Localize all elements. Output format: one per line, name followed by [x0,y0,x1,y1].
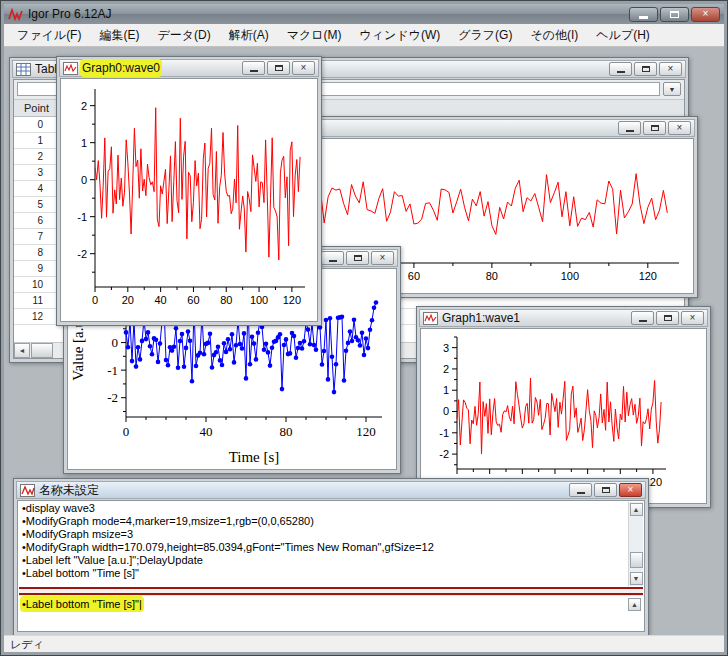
graph1-maximize-button[interactable] [656,311,679,325]
scroll-down-icon[interactable]: ▼ [630,572,643,585]
row-number: 0 [14,117,60,132]
svg-text:40: 40 [200,424,213,439]
svg-text:1: 1 [443,384,449,396]
history-line: •Label left "Value [a.u.]";DelayUpdate [19,554,627,567]
window-graph0: Graph0:wave0 × 020406080100120210-1-2 [56,56,322,326]
scroll-up-icon[interactable]: ▲ [630,503,643,516]
svg-text:-1: -1 [107,363,118,378]
command-close-button[interactable]: × [619,483,642,497]
menu-item[interactable]: ウィンドウ(W) [351,24,450,46]
svg-text:120: 120 [639,270,657,282]
menu-item[interactable]: その他(I) [521,24,587,46]
svg-text:80: 80 [486,270,498,282]
svg-text:-2: -2 [107,390,118,405]
row-number: 12 [14,309,60,324]
svg-text:0: 0 [443,405,449,417]
igor-pro-window: Igor Pro 6.12AJ × ファイル(F)編集(E)データ(D)解析(A… [0,0,728,656]
graph2-minimize-button[interactable] [618,121,641,135]
menu-item[interactable]: ファイル(F) [8,24,90,46]
command-line[interactable]: •Label bottom "Time [s]"| ▲ [19,596,643,630]
graph0-title: Graph0:wave0 [82,61,160,75]
svg-text:120: 120 [356,424,376,439]
menu-item[interactable]: 編集(E) [90,24,148,46]
mdi-workspace: Table0 × ▼ Point 0123456789101112 ◄ [4,47,724,635]
command-maximize-button[interactable] [594,483,617,497]
svg-text:40: 40 [155,294,167,306]
svg-text:3: 3 [443,342,449,354]
menu-item[interactable]: 解析(A) [220,24,278,46]
table-scrollbar-thumb[interactable] [31,343,53,358]
svg-text:0: 0 [81,174,87,186]
graph3-maximize-button[interactable] [346,251,369,265]
svg-text:120: 120 [283,294,301,306]
app-title: Igor Pro 6.12AJ [28,7,111,21]
menu-item[interactable]: データ(D) [148,24,219,46]
row-number: 4 [14,181,60,196]
table-restore-button[interactable] [634,62,657,76]
graph1-titlebar[interactable]: Graph1:wave1 × [419,309,708,327]
close-button[interactable]: × [691,7,720,22]
command-scrollbar[interactable]: ▲ ▼ [628,502,643,586]
history-line: •ModifyGraph mode=4,marker=19,msize=1,rg… [19,515,627,528]
command-line-text: •Label bottom "Time [s]"| [22,598,142,610]
row-number: 5 [14,197,60,212]
table-minimize-button[interactable] [609,62,632,76]
command-history[interactable]: •display wave3•ModifyGraph mode=4,marker… [19,502,627,586]
graph2-maximize-button[interactable] [643,121,666,135]
menu-item[interactable]: ヘルプ(H) [587,24,659,46]
svg-text:2: 2 [81,100,87,112]
graph3-minimize-button[interactable] [321,251,344,265]
menu-item[interactable]: マクロ(M) [278,24,351,46]
svg-text:60: 60 [187,294,199,306]
command-expand-icon[interactable]: ▲ [628,598,641,611]
graph0-maximize-button[interactable] [267,61,290,75]
table-dropdown-button[interactable]: ▼ [663,82,681,96]
row-number: 7 [14,229,60,244]
graph1-plot[interactable]: 0204060801001203210-1-2 [421,329,706,503]
graph0-titlebar[interactable]: Graph0:wave0 × [59,59,319,77]
menu-item[interactable]: グラフ(G) [449,24,521,46]
minimize-button[interactable] [629,7,658,22]
row-number: 3 [14,165,60,180]
graph0-plot[interactable]: 020406080100120210-1-2 [61,79,317,321]
row-number: 8 [14,245,60,260]
svg-text:0: 0 [123,424,130,439]
graph0-close-button[interactable]: × [292,61,315,75]
svg-text:60: 60 [408,270,420,282]
graph0-minimize-button[interactable] [242,61,265,75]
svg-text:1: 1 [81,137,87,149]
command-minimize-button[interactable] [569,483,592,497]
command-title: 名称未設定 [39,482,99,499]
svg-text:-2: -2 [77,248,87,260]
svg-text:0: 0 [92,294,98,306]
svg-text:2: 2 [443,363,449,375]
row-number: 6 [14,213,60,228]
status-bar: レディ [4,635,724,652]
svg-text:20: 20 [122,294,134,306]
graph1-title: Graph1:wave1 [442,311,520,325]
table-close-button[interactable]: × [659,62,682,76]
svg-text:-2: -2 [439,448,449,460]
row-number: 9 [14,261,60,276]
svg-text:100: 100 [250,294,268,306]
svg-text:100: 100 [561,270,579,282]
igor-app-icon [8,8,23,21]
command-titlebar[interactable]: 名称未設定 × [16,481,646,499]
graph1-close-button[interactable]: × [681,311,704,325]
status-text: レディ [10,637,44,652]
graph-icon [63,62,78,75]
scroll-left-icon[interactable]: ◄ [14,343,30,358]
table-point-header[interactable]: Point [14,100,60,116]
main-titlebar[interactable]: Igor Pro 6.12AJ × [4,4,724,24]
svg-text:-1: -1 [439,427,449,439]
history-line: •display wave3 [19,502,627,515]
graph1-minimize-button[interactable] [631,311,654,325]
row-number: 11 [14,293,60,308]
row-number: 10 [14,277,60,292]
graph3-close-button[interactable]: × [371,251,394,265]
row-number: 1 [14,133,60,148]
table-icon [16,63,31,76]
graph2-close-button[interactable]: × [668,121,691,135]
maximize-button[interactable] [660,7,689,22]
command-scrollbar-thumb[interactable] [630,552,643,568]
